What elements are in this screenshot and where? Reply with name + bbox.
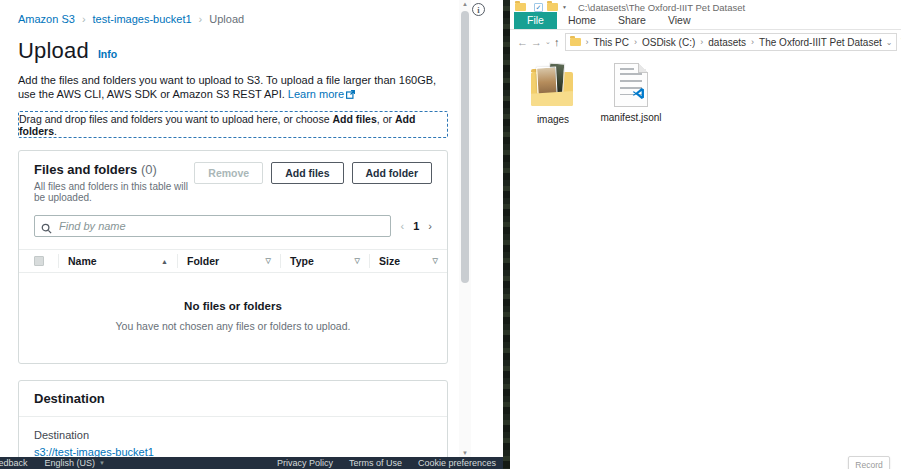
address-bar[interactable]: › This PC › OSDisk (C:) › datasets › The… — [565, 33, 897, 51]
add-files-button[interactable]: Add files — [271, 162, 343, 184]
pagination: ‹ 1 › — [401, 220, 432, 232]
address-bar-row: ← → ⌄ ↑ › This PC › OSDisk (C:) › datase… — [510, 30, 901, 54]
empty-state-title: No files or folders — [19, 300, 447, 312]
properties-quick-icon[interactable]: ✓ — [534, 3, 543, 12]
recent-locations-icon[interactable]: ⌄ — [545, 38, 551, 46]
folder-item-images[interactable]: images — [522, 61, 584, 125]
files-panel-subtitle: All files and folders in this table will… — [34, 181, 194, 203]
breadcrumb-separator: › — [199, 13, 203, 25]
drag-drop-zone[interactable]: Drag and drop files and folders you want… — [18, 111, 448, 138]
customize-quick-access-icon[interactable]: ▼ — [562, 4, 567, 10]
record-overlay-button[interactable]: Record — [848, 456, 890, 469]
ribbon-tabs: File Home Share View — [510, 14, 901, 30]
add-folder-button[interactable]: Add folder — [352, 162, 433, 184]
search-icon — [41, 220, 52, 238]
breadcrumb-chevron: › — [585, 37, 588, 47]
scroll-down-arrow[interactable]: ▼ — [459, 450, 471, 456]
tab-file[interactable]: File — [514, 12, 557, 29]
find-by-name-input[interactable] — [34, 215, 391, 237]
external-link-icon — [346, 88, 355, 102]
files-panel: Files and folders (0) All files and fold… — [18, 150, 448, 364]
crumb-current-folder[interactable]: The Oxford-IIIT Pet Dataset — [759, 37, 882, 48]
file-explorer-window: ✓ ▼ C:\datasets\The Oxford-IIIT Pet Data… — [510, 0, 901, 469]
breadcrumb-bucket[interactable]: test-images-bucket1 — [93, 13, 192, 25]
previous-page-button[interactable]: ‹ — [401, 220, 405, 232]
breadcrumb-current: Upload — [209, 13, 244, 25]
cookie-preferences-link[interactable]: Cookie preferences — [418, 458, 496, 468]
destination-panel: Destination Destination s3://test-images… — [18, 380, 448, 458]
files-panel-title: Files and folders — [34, 162, 137, 177]
up-one-level-button[interactable]: ↑ — [554, 36, 560, 48]
vertical-scrollbar[interactable]: ▲ ▼ — [459, 0, 471, 458]
page-description: Add the files and folders you want to up… — [18, 73, 454, 102]
tab-view[interactable]: View — [657, 12, 702, 29]
learn-more-link[interactable]: Learn more — [288, 88, 355, 100]
feedback-link[interactable]: Feedback — [0, 458, 28, 468]
column-header-size[interactable]: Size▽ — [369, 254, 447, 268]
empty-state-message: You have not chosen any files or folders… — [19, 320, 447, 332]
breadcrumb: Amazon S3 › test-images-bucket1 › Upload — [18, 13, 448, 25]
column-header-type[interactable]: Type▽ — [280, 254, 369, 268]
tab-home[interactable]: Home — [557, 12, 607, 29]
desktop-background-strip — [503, 0, 510, 469]
terms-of-use-link[interactable]: Terms of Use — [349, 458, 402, 468]
address-breadcrumb: › This PC › OSDisk (C:) › datasets › The… — [585, 37, 881, 48]
vscode-icon — [632, 86, 645, 104]
breadcrumb-separator: › — [82, 13, 86, 25]
description-text: Add the files and folders you want to up… — [18, 74, 436, 100]
back-button[interactable]: ← — [517, 36, 528, 48]
s3-console-pane: Amazon S3 › test-images-bucket1 › Upload… — [0, 0, 503, 469]
sort-ascending-icon: ▲ — [161, 258, 168, 265]
destination-panel-title: Destination — [19, 381, 447, 417]
sort-icon: ▽ — [433, 257, 438, 265]
table-header-row: Name▲ Folder▽ Type▽ Size▽ — [19, 249, 447, 273]
item-label: images — [537, 114, 569, 125]
next-page-button[interactable]: › — [428, 220, 432, 232]
page-number[interactable]: 1 — [413, 220, 419, 232]
files-panel-heading: Files and folders (0) All files and fold… — [34, 162, 194, 203]
privacy-policy-link[interactable]: Privacy Policy — [277, 458, 333, 468]
sort-icon: ▽ — [266, 257, 271, 265]
info-icon[interactable]: i — [472, 3, 485, 16]
screen: Amazon S3 › test-images-bucket1 › Upload… — [0, 0, 901, 469]
crumb-datasets[interactable]: datasets — [708, 37, 746, 48]
scrollbar-thumb[interactable] — [461, 11, 469, 283]
breadcrumb-chevron: › — [700, 37, 703, 47]
info-link[interactable]: Info — [98, 48, 117, 60]
crumb-this-pc[interactable]: This PC — [593, 37, 629, 48]
column-header-folder[interactable]: Folder▽ — [177, 254, 280, 268]
jsonl-file-icon — [614, 63, 648, 107]
s3-scroll-region: Amazon S3 › test-images-bucket1 › Upload… — [0, 0, 459, 458]
explorer-app-icon — [515, 3, 526, 11]
file-list: images manifest.jsonl — [510, 54, 901, 125]
console-footer: Feedback English (US)▼ Privacy Policy Te… — [0, 457, 503, 469]
crumb-osdisk[interactable]: OSDisk (C:) — [642, 37, 695, 48]
item-label: manifest.jsonl — [600, 112, 661, 123]
breadcrumb-chevron: › — [751, 37, 754, 47]
images-folder-icon — [529, 61, 577, 109]
breadcrumb-chevron: › — [634, 37, 637, 47]
forward-button[interactable]: → — [531, 36, 542, 48]
folder-icon — [570, 38, 581, 46]
column-header-name[interactable]: Name▲ — [58, 254, 177, 268]
sort-icon: ▽ — [355, 257, 360, 265]
chevron-down-icon: ▼ — [99, 460, 105, 466]
breadcrumb-amazon-s3[interactable]: Amazon S3 — [18, 13, 75, 25]
select-all-checkbox[interactable] — [34, 256, 44, 266]
scroll-up-arrow[interactable]: ▲ — [459, 1, 471, 7]
empty-state: No files or folders You have not chosen … — [19, 273, 447, 363]
remove-button[interactable]: Remove — [194, 162, 263, 184]
file-item-manifest[interactable]: manifest.jsonl — [600, 61, 662, 125]
destination-label: Destination — [34, 429, 432, 441]
tab-share[interactable]: Share — [607, 12, 657, 29]
page-title: Upload — [18, 38, 89, 64]
window-title: C:\datasets\The Oxford-IIIT Pet Dataset — [578, 2, 745, 13]
address-dropdown-icon[interactable]: ⌄ — [886, 38, 893, 47]
new-folder-quick-icon[interactable] — [547, 3, 558, 11]
files-count: (0) — [141, 162, 157, 177]
language-selector[interactable]: English (US)▼ — [45, 458, 105, 468]
dropzone-text: Drag and drop files and folders you want… — [19, 113, 447, 137]
